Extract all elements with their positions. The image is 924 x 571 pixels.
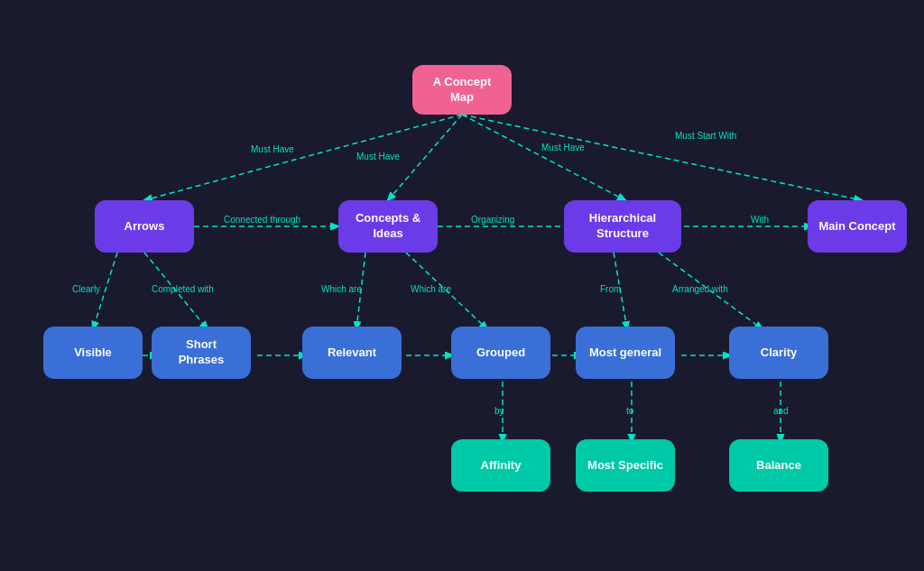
node-main-concept[interactable]: Main Concept <box>808 200 907 253</box>
edge-label-and: and <box>773 406 789 416</box>
node-concepts-ideas[interactable]: Concepts & Ideas <box>338 200 438 253</box>
edge-label-organizing: Organizing <box>471 215 514 225</box>
edge-label-connected-through: Connected through <box>224 215 300 225</box>
edge-label-completed-with: Completed with <box>152 284 214 294</box>
node-most-general[interactable]: Most general <box>576 327 675 379</box>
edge-label-must-have-1: Must Have <box>251 144 294 154</box>
edge-label-with: With <box>751 215 769 225</box>
edge-label-must-have-2: Must Have <box>356 152 400 161</box>
svg-line-0 <box>144 115 462 200</box>
edge-label-by: by <box>494 406 504 416</box>
node-visible[interactable]: Visible <box>43 327 143 379</box>
edge-label-to: to <box>626 406 633 416</box>
edge-label-which-are-1: Which are <box>321 284 362 294</box>
node-concept-map[interactable]: A Concept Map <box>412 65 512 115</box>
edge-label-from: From <box>600 284 621 294</box>
node-arrows[interactable]: Arrows <box>95 200 194 253</box>
node-hierarchical[interactable]: Hierarchical Structure <box>564 200 681 253</box>
node-grouped[interactable]: Grouped <box>451 327 550 379</box>
concept-map-canvas: Must Have Must Have Must Have Must Start… <box>0 0 924 571</box>
svg-line-2 <box>462 115 625 200</box>
edge-label-clearly: Clearly <box>72 284 100 294</box>
node-affinity[interactable]: Affinity <box>451 439 550 492</box>
edge-label-arranged-with: Arranged with <box>672 284 728 294</box>
edge-label-must-start-with: Must Start With <box>675 131 736 141</box>
edge-label-which-are-2: Which are <box>411 284 451 294</box>
node-short-phrases[interactable]: Short Phrases <box>152 327 251 379</box>
node-clarity[interactable]: Clarity <box>729 327 828 379</box>
node-most-specific[interactable]: Most Specific <box>576 439 675 492</box>
node-balance[interactable]: Balance <box>729 439 828 492</box>
svg-line-3 <box>462 115 862 200</box>
node-relevant[interactable]: Relevant <box>302 327 402 379</box>
edge-label-must-have-3: Must Have <box>541 143 585 152</box>
